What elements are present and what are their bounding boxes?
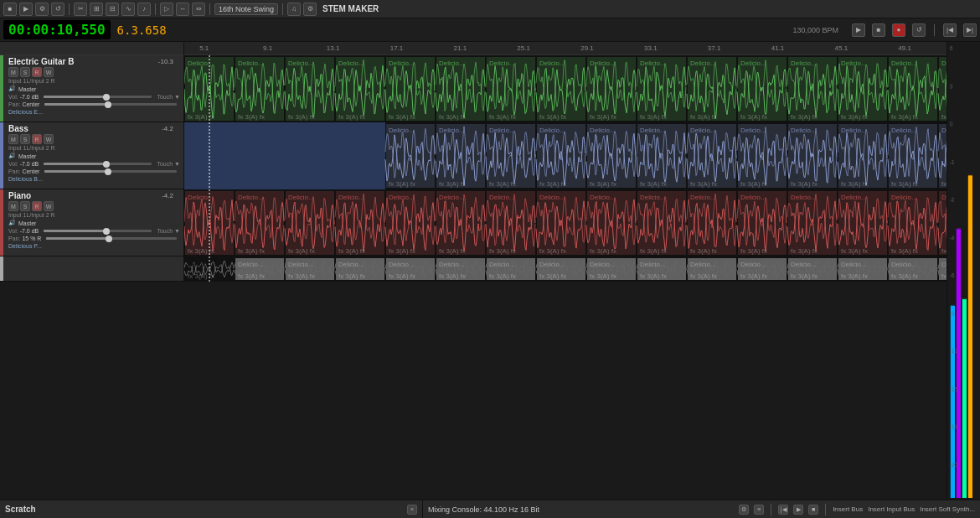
vol-thumb-2[interactable] xyxy=(103,228,110,235)
toolbar-btn-10[interactable]: ▷ xyxy=(160,3,173,16)
track-btn-w-2[interactable]: W xyxy=(44,201,54,211)
sep-4 xyxy=(282,3,283,15)
mixing-rewind[interactable]: |◀ xyxy=(778,505,788,515)
pan-value-1: Center xyxy=(22,168,39,174)
pan-slider-1[interactable] xyxy=(44,170,177,173)
toolbar-btn-2[interactable]: ▶ xyxy=(19,3,33,16)
scratch-close[interactable]: × xyxy=(407,505,417,515)
track-btn-m-2[interactable]: M xyxy=(8,201,18,211)
track-fx-1[interactable]: Delicious B... xyxy=(8,176,43,182)
transport-loop[interactable]: ↺ xyxy=(912,23,926,37)
track-btn-m-1[interactable]: M xyxy=(8,134,18,144)
pan-thumb-2[interactable] xyxy=(106,236,112,242)
vol-thumb-0[interactable] xyxy=(103,94,110,101)
ruler-mark-5: 25.1 xyxy=(517,44,530,52)
ruler-marks: 5.19.113.117.121.125.129.133.137.141.145… xyxy=(184,42,946,55)
scratch-header: Scratch × xyxy=(0,500,422,518)
mixing-console: Mixing Console: 44.100 Hz 16 Bit ⚙ ≡ |◀ … xyxy=(423,500,980,518)
toolbar-btn-5[interactable]: ✂ xyxy=(74,3,87,16)
beats-display: 6.3.658 xyxy=(117,23,167,37)
toolbar-btn-8[interactable]: ∿ xyxy=(121,3,135,16)
ruler-mark-10: 45.1 xyxy=(835,44,848,52)
track-btn-w-0[interactable]: W xyxy=(44,67,54,77)
swing-dropdown[interactable]: 16th Note Swing xyxy=(214,3,278,15)
track-row-1: Bass-4.2MSRWInput 1L/Input 2 R🔊MasterVol… xyxy=(0,122,946,189)
track-controls-2: MSRW xyxy=(8,201,180,211)
pan-thumb-1[interactable] xyxy=(105,168,111,175)
track-row-0: Electric Guitar B-10.3MSRWInput 1L/Input… xyxy=(0,55,946,122)
touch-label-1: Touch ▼ xyxy=(157,161,180,167)
toolbar-btn-1[interactable]: ■ xyxy=(3,3,17,16)
time-section: 00:00:10,550 6.3.658 130,000 BPM ▶ ■ ● ↺… xyxy=(0,18,980,42)
track-content-1 xyxy=(184,122,946,189)
toolbar-btn-14[interactable]: ⚙ xyxy=(303,3,317,16)
track-output-0: Master xyxy=(18,86,36,92)
track-color-bar-3 xyxy=(0,256,3,281)
insert-input-label[interactable]: Insert Input Bus xyxy=(868,505,915,513)
right-level-meters xyxy=(946,42,980,500)
mixing-settings[interactable]: ⚙ xyxy=(739,505,749,515)
transport-rewind[interactable]: |◀ xyxy=(943,23,957,37)
insert-synth-label[interactable]: Insert Soft Synth... xyxy=(920,505,975,513)
transport-play[interactable]: ▶ xyxy=(852,23,865,37)
track-db-2: -4.2 xyxy=(162,192,173,199)
track-btn-s-1[interactable]: S xyxy=(20,134,30,144)
toolbar-btn-3[interactable]: ⚙ xyxy=(35,3,49,16)
track-output-2: Master xyxy=(18,220,36,226)
mixing-play[interactable]: ▶ xyxy=(793,505,803,515)
insert-bus-label[interactable]: Insert Bus xyxy=(833,505,863,513)
touch-label-0: Touch ▼ xyxy=(157,94,180,100)
track-btn-s-0[interactable]: S xyxy=(20,67,30,77)
toolbar-btn-12[interactable]: ⇔ xyxy=(192,3,205,16)
mixing-layout[interactable]: ≡ xyxy=(754,505,764,515)
pan-thumb-0[interactable] xyxy=(105,101,111,108)
timeline-ruler: 5.19.113.117.121.125.129.133.137.141.145… xyxy=(0,42,946,55)
track-btn-r-1[interactable]: R xyxy=(32,134,42,144)
pan-label-0: Pan: xyxy=(8,101,20,107)
track-name-2: Piano xyxy=(8,191,31,200)
track-output-label-0: 🔊 xyxy=(8,85,16,92)
vol-thumb-1[interactable] xyxy=(103,161,110,168)
track-btn-r-2[interactable]: R xyxy=(32,201,42,211)
track-header-0: Electric Guitar B-10.3MSRWInput 1L/Input… xyxy=(0,55,184,122)
toolbar-btn-9[interactable]: ♪ xyxy=(137,3,151,16)
track-input-0: Input 1L/Input 2 R xyxy=(8,78,55,84)
track-btn-w-1[interactable]: W xyxy=(44,134,54,144)
transport-stop[interactable]: ■ xyxy=(872,23,885,37)
transport-record[interactable]: ● xyxy=(892,23,905,37)
right-meter-canvas xyxy=(949,44,978,498)
vol-slider-1[interactable] xyxy=(44,163,152,165)
transport-ffwd[interactable]: ▶| xyxy=(963,23,977,37)
top-toolbar: ■ ▶ ⚙ ↺ ✂ ⊞ ⊟ ∿ ♪ ▷ ↔ ⇔ 16th Note Swing … xyxy=(0,0,980,18)
waveform-canvas-3 xyxy=(184,256,946,282)
track-btn-m-0[interactable]: M xyxy=(8,67,18,77)
bottom-section: Scratch × Alien Warble ♩ ○ MIX: ⚙ ℹ FX T… xyxy=(0,500,980,518)
track-fx-2[interactable]: Delicious P... xyxy=(8,243,42,249)
track-fx-0[interactable]: Delicious E... xyxy=(8,109,43,115)
vol-slider-2[interactable] xyxy=(44,230,152,232)
track-color-bar-0 xyxy=(0,55,3,122)
track-btn-s-2[interactable]: S xyxy=(20,201,30,211)
pan-slider-0[interactable] xyxy=(44,103,177,106)
toolbar-btn-7[interactable]: ⊟ xyxy=(106,3,119,16)
waveform-canvas-2 xyxy=(184,189,946,256)
toolbar-btn-4[interactable]: ↺ xyxy=(51,3,64,16)
track-name-row-2: Piano-4.2 xyxy=(3,191,180,200)
track-header-2: Piano-4.2MSRWInput 1L/Input 2 R🔊MasterVo… xyxy=(0,189,184,256)
pan-value-2: 15 % R xyxy=(22,236,41,241)
vol-slider-0[interactable] xyxy=(44,96,152,98)
track-btn-r-0[interactable]: R xyxy=(32,67,42,77)
pan-label-2: Pan: xyxy=(8,236,20,241)
ruler-header xyxy=(0,42,184,55)
vol-label-2: Vol: xyxy=(8,228,18,234)
toolbar-btn-13[interactable]: ♫ xyxy=(287,3,301,16)
track-db-1: -4.2 xyxy=(162,125,173,132)
toolbar-btn-11[interactable]: ↔ xyxy=(176,3,189,16)
mixing-stop[interactable]: ■ xyxy=(808,505,818,515)
track-controls-1: MSRW xyxy=(8,134,180,144)
pan-slider-2[interactable] xyxy=(46,237,177,240)
ruler-mark-1: 9.1 xyxy=(263,44,272,52)
toolbar-btn-6[interactable]: ⊞ xyxy=(90,3,103,16)
pan-label-1: Pan: xyxy=(8,168,20,174)
scratch-title: Scratch xyxy=(5,505,36,514)
